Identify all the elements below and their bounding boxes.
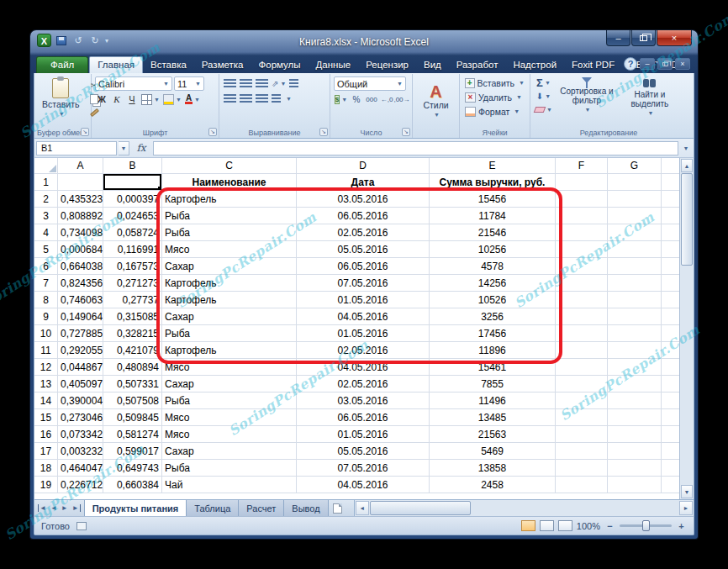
- cell-D11[interactable]: 02.05.2016: [297, 342, 430, 359]
- cell-B14[interactable]: 0,507508: [103, 393, 162, 409]
- cell-A1[interactable]: [58, 174, 103, 191]
- zoom-out-icon[interactable]: −: [604, 521, 615, 531]
- cell-D7[interactable]: 07.05.2016: [297, 275, 430, 292]
- insert-cells-button[interactable]: + Вставить ▼: [463, 76, 526, 90]
- vertical-scrollbar[interactable]: ▲ ▼: [679, 158, 694, 499]
- cell-E12[interactable]: 15461: [430, 359, 556, 376]
- cell-C7[interactable]: Картофель: [162, 275, 297, 292]
- save-button[interactable]: [55, 34, 68, 47]
- cell-A10[interactable]: 0,727885: [58, 325, 103, 342]
- cell-B2[interactable]: 0,000397: [103, 191, 162, 208]
- zoom-slider[interactable]: [620, 524, 672, 527]
- cell-C16[interactable]: Мясо: [162, 426, 297, 443]
- sheet-tab-3[interactable]: Вывод: [283, 500, 328, 516]
- redo-button[interactable]: ↻: [88, 34, 102, 47]
- row-header-16[interactable]: 16: [34, 426, 58, 443]
- cell-C6[interactable]: Сахар: [162, 258, 297, 275]
- cell-C4[interactable]: Рыба: [162, 224, 297, 241]
- cell-B7[interactable]: 0,271273: [103, 275, 162, 292]
- horizontal-scrollbar[interactable]: ◄ ►: [354, 500, 694, 516]
- align-top-button[interactable]: [223, 76, 237, 90]
- column-header-C[interactable]: C: [162, 158, 297, 174]
- cell-A11[interactable]: 0,292055: [58, 342, 103, 359]
- cell-B16[interactable]: 0,581274: [103, 426, 162, 443]
- delete-cells-button[interactable]: × Удалить ▼: [463, 90, 526, 104]
- column-header-E[interactable]: E: [430, 158, 556, 174]
- cell-C12[interactable]: Мясо: [162, 359, 297, 376]
- cell-D5[interactable]: 05.05.2016: [297, 241, 430, 258]
- vertical-scroll-track[interactable]: [680, 266, 694, 484]
- cell-A12[interactable]: 0,044867: [58, 359, 103, 376]
- cell-A5[interactable]: 0,000684: [58, 241, 103, 258]
- cell-E15[interactable]: 13485: [430, 409, 556, 426]
- align-left-button[interactable]: [223, 92, 237, 105]
- cell-D13[interactable]: 02.05.2016: [297, 376, 430, 393]
- cell-E10[interactable]: 17456: [430, 325, 556, 342]
- cell-D3[interactable]: 06.05.2016: [297, 208, 430, 224]
- cell-B10[interactable]: 0,328215: [103, 325, 162, 342]
- cell-D16[interactable]: 01.05.2016: [297, 426, 430, 443]
- cell-A15[interactable]: 0,273046: [58, 409, 103, 426]
- align-right-button[interactable]: [255, 92, 269, 105]
- cell-D2[interactable]: 03.05.2016: [297, 191, 430, 208]
- cell-F17[interactable]: [556, 443, 608, 460]
- name-box[interactable]: B1: [36, 141, 117, 155]
- decrease-decimal-icon[interactable]: ,00→: [395, 92, 409, 106]
- cell-G16[interactable]: [608, 426, 662, 443]
- scroll-down-icon[interactable]: ▼: [681, 485, 693, 498]
- row-header-11[interactable]: 11: [34, 342, 58, 359]
- styles-button[interactable]: А Стили ▼: [419, 82, 452, 122]
- fill-color-button[interactable]: ▼: [162, 92, 182, 106]
- excel-logo-icon[interactable]: X: [37, 34, 51, 47]
- align-center-button[interactable]: [239, 92, 253, 105]
- zoom-thumb[interactable]: [642, 520, 650, 531]
- cell-C10[interactable]: Рыба: [162, 325, 297, 342]
- paste-button[interactable]: Вставить ▼: [38, 76, 84, 121]
- cell-E14[interactable]: 11496: [430, 393, 556, 409]
- cell-E19[interactable]: 2458: [430, 477, 556, 493]
- sheet-tab-0[interactable]: Продукты питания: [84, 500, 187, 516]
- cell-E3[interactable]: 11784: [430, 208, 556, 224]
- cell-C13[interactable]: Сахар: [162, 376, 297, 393]
- help-icon[interactable]: ?: [624, 57, 637, 71]
- cell-G8[interactable]: [608, 292, 662, 308]
- row-header-14[interactable]: 14: [34, 393, 58, 409]
- cell-B8[interactable]: 0,27737: [103, 292, 162, 308]
- row-header-17[interactable]: 17: [34, 443, 58, 460]
- cell-F2[interactable]: [556, 191, 608, 208]
- find-select-button[interactable]: Найти и выделить ▼: [620, 76, 679, 119]
- cell-A6[interactable]: 0,664038: [58, 258, 103, 275]
- cell-G2[interactable]: [608, 191, 662, 208]
- font-name-select[interactable]: Calibri▼: [95, 76, 172, 91]
- workbook-minimize-button[interactable]: –: [640, 58, 655, 70]
- cell-G5[interactable]: [608, 241, 662, 258]
- font-size-select[interactable]: 11▼: [174, 76, 204, 91]
- cell-D4[interactable]: 02.05.2016: [297, 224, 430, 241]
- alignment-dialog-launcher-icon[interactable]: ↘: [319, 128, 328, 136]
- cell-G18[interactable]: [608, 460, 662, 477]
- cell-A16[interactable]: 0,073342: [58, 426, 103, 443]
- cell-A3[interactable]: 0,808892: [58, 208, 103, 224]
- cell-C15[interactable]: Мясо: [162, 409, 297, 426]
- cell-C18[interactable]: Рыба: [162, 460, 297, 477]
- row-header-8[interactable]: 8: [34, 292, 58, 308]
- ribbon-tab-4[interactable]: Данные: [309, 57, 359, 73]
- row-header-7[interactable]: 7: [34, 275, 58, 292]
- cell-G12[interactable]: [608, 359, 662, 376]
- cell-F12[interactable]: [556, 359, 608, 376]
- fill-button[interactable]: ⬇▼: [534, 89, 553, 103]
- sheet-tab-1[interactable]: Таблица: [186, 500, 239, 516]
- cell-F5[interactable]: [556, 241, 608, 258]
- cell-D8[interactable]: 01.05.2016: [297, 292, 430, 308]
- cell-F15[interactable]: [556, 409, 608, 426]
- normal-view-icon[interactable]: [521, 520, 535, 531]
- column-header-F[interactable]: F: [556, 158, 608, 174]
- cell-B6[interactable]: 0,167573: [103, 258, 162, 275]
- cell-A7[interactable]: 0,824356: [58, 275, 103, 292]
- currency-button[interactable]: $▼: [334, 92, 348, 106]
- cell-E13[interactable]: 7855: [430, 376, 556, 393]
- prev-sheet-icon[interactable]: ◄: [50, 504, 57, 512]
- cell-F7[interactable]: [556, 275, 608, 292]
- cell-A18[interactable]: 0,464047: [58, 460, 103, 477]
- cell-E11[interactable]: 11896: [430, 342, 556, 359]
